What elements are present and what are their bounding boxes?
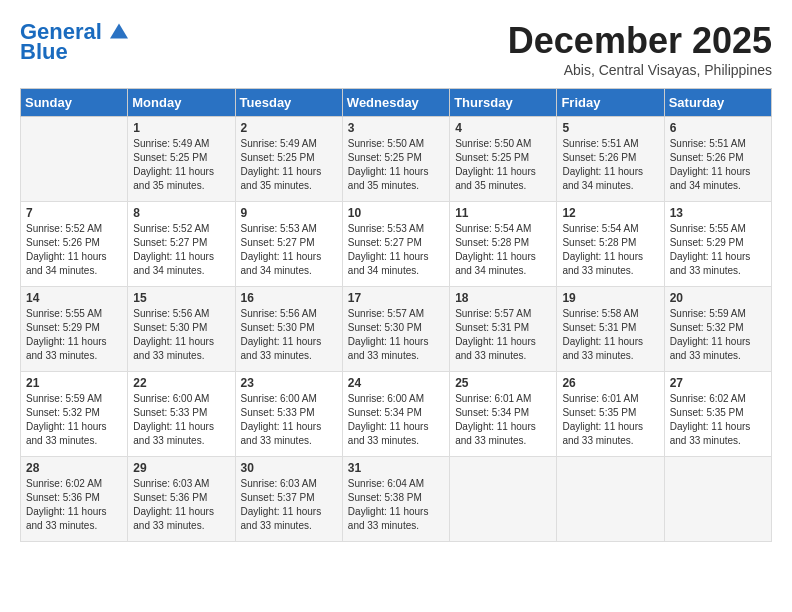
week-row-4: 21Sunrise: 5:59 AMSunset: 5:32 PMDayligh… [21, 372, 772, 457]
cell-info: Sunrise: 5:54 AMSunset: 5:28 PMDaylight:… [562, 222, 658, 278]
day-number: 18 [455, 291, 551, 305]
location: Abis, Central Visayas, Philippines [508, 62, 772, 78]
day-number: 20 [670, 291, 766, 305]
day-number: 17 [348, 291, 444, 305]
calendar-cell: 16Sunrise: 5:56 AMSunset: 5:30 PMDayligh… [235, 287, 342, 372]
cell-info: Sunrise: 6:00 AMSunset: 5:34 PMDaylight:… [348, 392, 444, 448]
cell-info: Sunrise: 6:04 AMSunset: 5:38 PMDaylight:… [348, 477, 444, 533]
day-header-monday: Monday [128, 89, 235, 117]
header-row: SundayMondayTuesdayWednesdayThursdayFrid… [21, 89, 772, 117]
day-number: 22 [133, 376, 229, 390]
cell-info: Sunrise: 5:51 AMSunset: 5:26 PMDaylight:… [562, 137, 658, 193]
calendar-cell: 7Sunrise: 5:52 AMSunset: 5:26 PMDaylight… [21, 202, 128, 287]
title-block: December 2025 Abis, Central Visayas, Phi… [508, 20, 772, 78]
month-title: December 2025 [508, 20, 772, 62]
cell-info: Sunrise: 6:03 AMSunset: 5:36 PMDaylight:… [133, 477, 229, 533]
day-number: 29 [133, 461, 229, 475]
day-number: 27 [670, 376, 766, 390]
calendar-cell: 19Sunrise: 5:58 AMSunset: 5:31 PMDayligh… [557, 287, 664, 372]
day-number: 19 [562, 291, 658, 305]
day-header-friday: Friday [557, 89, 664, 117]
day-number: 23 [241, 376, 337, 390]
svg-marker-0 [110, 24, 128, 39]
day-number: 6 [670, 121, 766, 135]
calendar-cell: 3Sunrise: 5:50 AMSunset: 5:25 PMDaylight… [342, 117, 449, 202]
day-header-saturday: Saturday [664, 89, 771, 117]
calendar-cell: 17Sunrise: 5:57 AMSunset: 5:30 PMDayligh… [342, 287, 449, 372]
calendar-cell: 18Sunrise: 5:57 AMSunset: 5:31 PMDayligh… [450, 287, 557, 372]
cell-info: Sunrise: 5:49 AMSunset: 5:25 PMDaylight:… [241, 137, 337, 193]
cell-info: Sunrise: 5:58 AMSunset: 5:31 PMDaylight:… [562, 307, 658, 363]
cell-info: Sunrise: 5:57 AMSunset: 5:31 PMDaylight:… [455, 307, 551, 363]
day-number: 10 [348, 206, 444, 220]
calendar-cell: 1Sunrise: 5:49 AMSunset: 5:25 PMDaylight… [128, 117, 235, 202]
calendar-cell: 14Sunrise: 5:55 AMSunset: 5:29 PMDayligh… [21, 287, 128, 372]
day-header-wednesday: Wednesday [342, 89, 449, 117]
cell-info: Sunrise: 5:56 AMSunset: 5:30 PMDaylight:… [241, 307, 337, 363]
week-row-5: 28Sunrise: 6:02 AMSunset: 5:36 PMDayligh… [21, 457, 772, 542]
cell-info: Sunrise: 5:55 AMSunset: 5:29 PMDaylight:… [26, 307, 122, 363]
week-row-2: 7Sunrise: 5:52 AMSunset: 5:26 PMDaylight… [21, 202, 772, 287]
calendar-cell: 4Sunrise: 5:50 AMSunset: 5:25 PMDaylight… [450, 117, 557, 202]
cell-info: Sunrise: 5:57 AMSunset: 5:30 PMDaylight:… [348, 307, 444, 363]
cell-info: Sunrise: 6:02 AMSunset: 5:35 PMDaylight:… [670, 392, 766, 448]
cell-info: Sunrise: 5:51 AMSunset: 5:26 PMDaylight:… [670, 137, 766, 193]
day-number: 12 [562, 206, 658, 220]
calendar-cell: 25Sunrise: 6:01 AMSunset: 5:34 PMDayligh… [450, 372, 557, 457]
calendar-cell [664, 457, 771, 542]
calendar-cell: 9Sunrise: 5:53 AMSunset: 5:27 PMDaylight… [235, 202, 342, 287]
day-number: 30 [241, 461, 337, 475]
day-number: 21 [26, 376, 122, 390]
calendar-cell: 27Sunrise: 6:02 AMSunset: 5:35 PMDayligh… [664, 372, 771, 457]
day-header-tuesday: Tuesday [235, 89, 342, 117]
cell-info: Sunrise: 6:00 AMSunset: 5:33 PMDaylight:… [133, 392, 229, 448]
calendar-cell: 13Sunrise: 5:55 AMSunset: 5:29 PMDayligh… [664, 202, 771, 287]
cell-info: Sunrise: 5:52 AMSunset: 5:26 PMDaylight:… [26, 222, 122, 278]
day-number: 28 [26, 461, 122, 475]
week-row-3: 14Sunrise: 5:55 AMSunset: 5:29 PMDayligh… [21, 287, 772, 372]
cell-info: Sunrise: 6:02 AMSunset: 5:36 PMDaylight:… [26, 477, 122, 533]
day-number: 4 [455, 121, 551, 135]
calendar-cell [21, 117, 128, 202]
day-number: 14 [26, 291, 122, 305]
logo: General Blue [20, 20, 128, 64]
day-header-sunday: Sunday [21, 89, 128, 117]
day-number: 7 [26, 206, 122, 220]
calendar-cell: 31Sunrise: 6:04 AMSunset: 5:38 PMDayligh… [342, 457, 449, 542]
cell-info: Sunrise: 5:50 AMSunset: 5:25 PMDaylight:… [455, 137, 551, 193]
day-number: 5 [562, 121, 658, 135]
day-number: 11 [455, 206, 551, 220]
calendar-cell: 11Sunrise: 5:54 AMSunset: 5:28 PMDayligh… [450, 202, 557, 287]
week-row-1: 1Sunrise: 5:49 AMSunset: 5:25 PMDaylight… [21, 117, 772, 202]
calendar-cell: 8Sunrise: 5:52 AMSunset: 5:27 PMDaylight… [128, 202, 235, 287]
calendar-cell: 20Sunrise: 5:59 AMSunset: 5:32 PMDayligh… [664, 287, 771, 372]
day-number: 13 [670, 206, 766, 220]
cell-info: Sunrise: 6:01 AMSunset: 5:34 PMDaylight:… [455, 392, 551, 448]
day-number: 3 [348, 121, 444, 135]
cell-info: Sunrise: 6:01 AMSunset: 5:35 PMDaylight:… [562, 392, 658, 448]
cell-info: Sunrise: 6:00 AMSunset: 5:33 PMDaylight:… [241, 392, 337, 448]
cell-info: Sunrise: 5:55 AMSunset: 5:29 PMDaylight:… [670, 222, 766, 278]
day-number: 16 [241, 291, 337, 305]
day-number: 2 [241, 121, 337, 135]
day-number: 1 [133, 121, 229, 135]
cell-info: Sunrise: 5:52 AMSunset: 5:27 PMDaylight:… [133, 222, 229, 278]
calendar-table: SundayMondayTuesdayWednesdayThursdayFrid… [20, 88, 772, 542]
day-number: 9 [241, 206, 337, 220]
calendar-cell: 30Sunrise: 6:03 AMSunset: 5:37 PMDayligh… [235, 457, 342, 542]
calendar-cell: 28Sunrise: 6:02 AMSunset: 5:36 PMDayligh… [21, 457, 128, 542]
day-number: 15 [133, 291, 229, 305]
cell-info: Sunrise: 5:59 AMSunset: 5:32 PMDaylight:… [26, 392, 122, 448]
calendar-cell: 12Sunrise: 5:54 AMSunset: 5:28 PMDayligh… [557, 202, 664, 287]
calendar-cell: 15Sunrise: 5:56 AMSunset: 5:30 PMDayligh… [128, 287, 235, 372]
cell-info: Sunrise: 5:53 AMSunset: 5:27 PMDaylight:… [241, 222, 337, 278]
day-number: 8 [133, 206, 229, 220]
cell-info: Sunrise: 5:54 AMSunset: 5:28 PMDaylight:… [455, 222, 551, 278]
cell-info: Sunrise: 6:03 AMSunset: 5:37 PMDaylight:… [241, 477, 337, 533]
calendar-cell: 2Sunrise: 5:49 AMSunset: 5:25 PMDaylight… [235, 117, 342, 202]
calendar-cell: 10Sunrise: 5:53 AMSunset: 5:27 PMDayligh… [342, 202, 449, 287]
calendar-cell [450, 457, 557, 542]
cell-info: Sunrise: 5:50 AMSunset: 5:25 PMDaylight:… [348, 137, 444, 193]
calendar-cell: 5Sunrise: 5:51 AMSunset: 5:26 PMDaylight… [557, 117, 664, 202]
day-number: 25 [455, 376, 551, 390]
